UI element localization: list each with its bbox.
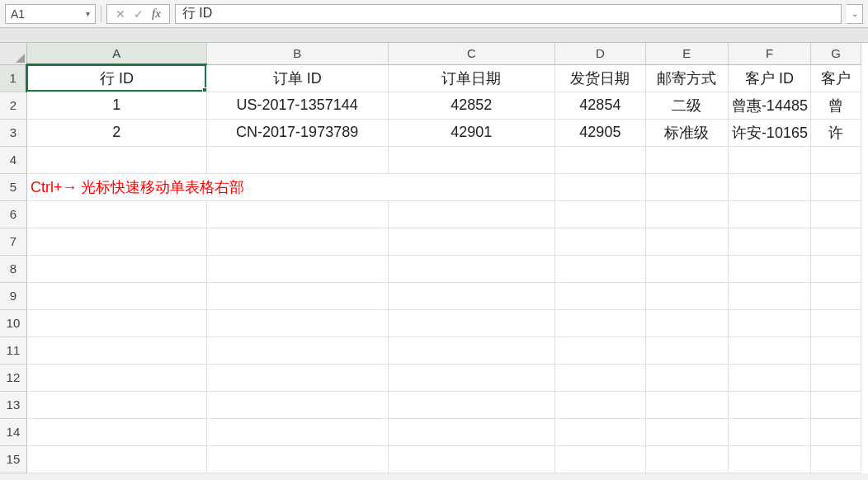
cell-C11[interactable] xyxy=(388,336,555,364)
cell-F4[interactable] xyxy=(728,146,810,173)
cell-G6[interactable] xyxy=(811,200,861,228)
row-header-1[interactable]: 1 xyxy=(0,64,26,92)
cell-D8[interactable] xyxy=(555,255,645,282)
cell-G7[interactable] xyxy=(811,228,861,255)
cell-C14[interactable] xyxy=(388,418,555,445)
cell-A6[interactable] xyxy=(26,200,206,228)
cell-F7[interactable] xyxy=(728,228,810,255)
row-header-4[interactable]: 4 xyxy=(0,146,26,173)
cell-A3[interactable]: 2 xyxy=(26,119,206,146)
cell-C9[interactable] xyxy=(388,282,555,309)
cell-F10[interactable] xyxy=(728,309,810,336)
cell-B3[interactable]: CN-2017-1973789 xyxy=(206,119,388,146)
row-header-11[interactable]: 11 xyxy=(0,336,26,364)
cell-A1[interactable]: 行 ID xyxy=(26,64,206,92)
cell-B12[interactable] xyxy=(206,364,388,391)
row-header-15[interactable]: 15 xyxy=(0,445,26,473)
cell-C4[interactable] xyxy=(388,146,555,173)
cell-B9[interactable] xyxy=(206,282,388,309)
cell-B7[interactable] xyxy=(206,228,388,255)
cell-C1[interactable]: 订单日期 xyxy=(388,64,555,92)
cell-G3[interactable]: 许 xyxy=(811,119,861,146)
cell-D13[interactable] xyxy=(555,391,645,418)
cell-B14[interactable] xyxy=(206,418,388,445)
cell-C13[interactable] xyxy=(388,391,555,418)
cell-C6[interactable] xyxy=(388,200,555,228)
row-header-3[interactable]: 3 xyxy=(0,119,26,146)
cell-E2[interactable]: 二级 xyxy=(645,92,728,119)
cell-A12[interactable] xyxy=(26,364,206,391)
expand-formula-bar-button[interactable]: ⌄ xyxy=(847,4,863,24)
column-header-A[interactable]: A xyxy=(26,43,206,64)
cell-G1[interactable]: 客户 xyxy=(811,64,861,92)
cell-G5[interactable] xyxy=(811,173,861,200)
row-header-5[interactable]: 5 xyxy=(0,173,26,200)
cell-E8[interactable] xyxy=(645,255,728,282)
fx-icon[interactable]: fx xyxy=(152,7,161,21)
cell-A7[interactable] xyxy=(26,228,206,255)
spreadsheet-grid[interactable]: ABCDEFG 1行 ID订单 ID订单日期发货日期邮寄方式客户 ID客户21U… xyxy=(0,43,868,473)
cell-E1[interactable]: 邮寄方式 xyxy=(645,64,728,92)
cell-B13[interactable] xyxy=(206,391,388,418)
cell-G12[interactable] xyxy=(811,364,861,391)
cell-D10[interactable] xyxy=(555,309,645,336)
cell-D14[interactable] xyxy=(555,418,645,445)
cell-C8[interactable] xyxy=(388,255,555,282)
row-header-12[interactable]: 12 xyxy=(0,364,26,391)
cell-E4[interactable] xyxy=(645,146,728,173)
cell-F9[interactable] xyxy=(728,282,810,309)
cell-A11[interactable] xyxy=(26,336,206,364)
cell-G8[interactable] xyxy=(811,255,861,282)
cell-A15[interactable] xyxy=(26,445,206,473)
cell-A13[interactable] xyxy=(26,391,206,418)
cell-F11[interactable] xyxy=(728,336,810,364)
cell-E3[interactable]: 标准级 xyxy=(645,119,728,146)
cell-A14[interactable] xyxy=(26,418,206,445)
cell-G13[interactable] xyxy=(811,391,861,418)
cell-F14[interactable] xyxy=(728,418,810,445)
row-header-6[interactable]: 6 xyxy=(0,200,26,228)
formula-input[interactable]: 行 ID xyxy=(175,4,842,24)
cell-D2[interactable]: 42854 xyxy=(555,92,645,119)
cell-D12[interactable] xyxy=(555,364,645,391)
cell-B1[interactable]: 订单 ID xyxy=(206,64,388,92)
row-header-14[interactable]: 14 xyxy=(0,418,26,445)
cell-B2[interactable]: US-2017-1357144 xyxy=(206,92,388,119)
select-all-corner[interactable] xyxy=(0,43,26,64)
cell-G15[interactable] xyxy=(811,445,861,473)
row-header-13[interactable]: 13 xyxy=(0,391,26,418)
cell-D7[interactable] xyxy=(555,228,645,255)
cell-E14[interactable] xyxy=(645,418,728,445)
cell-E13[interactable] xyxy=(645,391,728,418)
row-header-2[interactable]: 2 xyxy=(0,92,26,119)
column-header-C[interactable]: C xyxy=(388,43,555,64)
cell-B15[interactable] xyxy=(206,445,388,473)
cell-F6[interactable] xyxy=(728,200,810,228)
cell-C3[interactable]: 42901 xyxy=(388,119,555,146)
row-header-8[interactable]: 8 xyxy=(0,255,26,282)
cell-D4[interactable] xyxy=(555,146,645,173)
cell-A10[interactable] xyxy=(26,309,206,336)
cell-D3[interactable]: 42905 xyxy=(555,119,645,146)
cell-F3[interactable]: 许安-10165 xyxy=(728,119,810,146)
cell-D5[interactable] xyxy=(555,173,645,200)
cancel-icon[interactable]: ✕ xyxy=(116,8,125,20)
cell-F12[interactable] xyxy=(728,364,810,391)
cell-G9[interactable] xyxy=(811,282,861,309)
column-header-F[interactable]: F xyxy=(728,43,810,64)
cell-F8[interactable] xyxy=(728,255,810,282)
cell-B6[interactable] xyxy=(206,200,388,228)
cell-D6[interactable] xyxy=(555,200,645,228)
cell-E15[interactable] xyxy=(645,445,728,473)
cell-E7[interactable] xyxy=(645,228,728,255)
cell-A4[interactable] xyxy=(26,146,206,173)
cell-E10[interactable] xyxy=(645,309,728,336)
cell-D11[interactable] xyxy=(555,336,645,364)
row-header-10[interactable]: 10 xyxy=(0,309,26,336)
cell-B8[interactable] xyxy=(206,255,388,282)
cell-G10[interactable] xyxy=(811,309,861,336)
cell-C15[interactable] xyxy=(388,445,555,473)
cell-B4[interactable] xyxy=(206,146,388,173)
cell-C2[interactable]: 42852 xyxy=(388,92,555,119)
cell-E9[interactable] xyxy=(645,282,728,309)
